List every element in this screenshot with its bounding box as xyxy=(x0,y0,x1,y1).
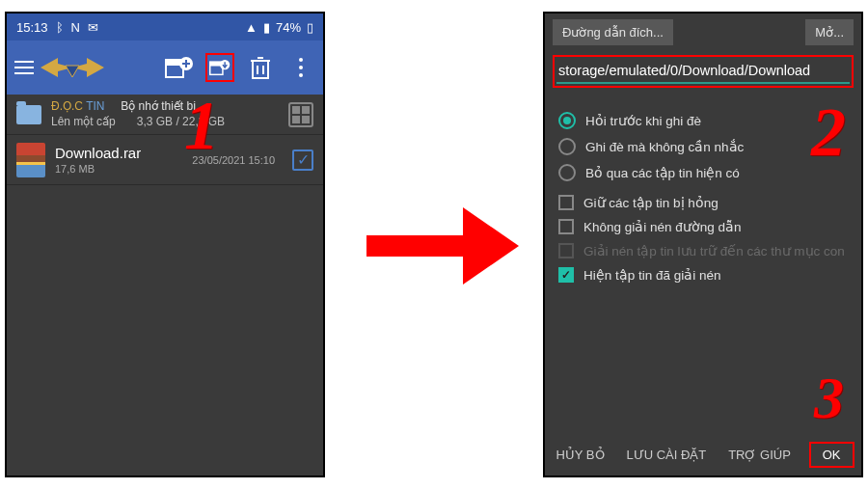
checkbox-label: Hiện tập tin đã giải nén xyxy=(583,267,721,283)
checkbox-extract-subfolders: Giải nén tập tin lưu trữ đến các thư mục… xyxy=(558,243,848,258)
bluetooth-icon: ᛒ xyxy=(56,20,64,35)
radio-label: Bỏ qua các tập tin hiện có xyxy=(585,165,740,180)
save-settings-button[interactable]: LƯU CÀI ĐẶT xyxy=(622,440,710,470)
checkbox-no-extract-path[interactable]: Không giải nén đường dẫn xyxy=(558,219,848,234)
open-button[interactable]: Mở... xyxy=(805,19,854,45)
radio-skip-existing[interactable]: Bỏ qua các tập tin hiện có xyxy=(558,164,848,181)
annotation-2: 2 xyxy=(811,93,846,173)
help-button[interactable]: TRỢ GIÚP xyxy=(724,440,795,470)
file-name: Download.rar xyxy=(55,144,182,163)
destination-path-input[interactable] xyxy=(556,59,850,84)
view-grid-icon[interactable] xyxy=(288,102,313,127)
status-bar: 15:13 ᛒ N ✉ ▲ ▮ 74% ▯ xyxy=(7,14,323,41)
left-phone-frame: 15:13 ᛒ N ✉ ▲ ▮ 74% ▯ xyxy=(5,12,325,477)
overflow-menu-icon[interactable] xyxy=(286,53,315,82)
radio-ask-overwrite[interactable]: Hỏi trước khi ghi đè xyxy=(558,112,848,129)
up-one-level: Lên một cấp xyxy=(51,115,116,130)
extract-icon[interactable] xyxy=(205,53,234,82)
file-checkbox[interactable]: ✓ xyxy=(292,149,313,171)
checkbox-icon xyxy=(558,243,574,258)
checkbox-label: Không giải nén đường dẫn xyxy=(583,219,742,234)
radio-icon xyxy=(558,138,576,155)
file-row[interactable]: Download.rar 17,6 MB 23/05/2021 15:10 ✓ xyxy=(7,135,323,185)
cancel-button[interactable]: HỦY BỎ xyxy=(552,440,608,470)
radio-label: Hỏi trước khi ghi đè xyxy=(585,113,701,128)
checkbox-label: Giữ các tập tin bị hỏng xyxy=(583,195,719,210)
message-icon: ✉ xyxy=(88,20,98,35)
checkbox-keep-broken[interactable]: Giữ các tập tin bị hỏng xyxy=(558,195,848,210)
battery-percent: 74% xyxy=(276,20,301,35)
archive-add-icon[interactable] xyxy=(165,53,194,82)
radio-label: Ghi đè mà không cần nhắc xyxy=(585,139,744,154)
svg-marker-12 xyxy=(463,207,519,285)
hamburger-menu-icon[interactable] xyxy=(14,61,34,74)
svg-rect-6 xyxy=(253,61,268,78)
checkbox-label: Giải nén tập tin lưu trữ đến các thư mục… xyxy=(583,243,845,258)
folder-up-icon[interactable] xyxy=(16,105,41,124)
app-toolbar xyxy=(7,41,323,95)
ok-button[interactable]: OK xyxy=(809,442,854,468)
netflix-icon: N xyxy=(71,20,80,35)
radio-icon xyxy=(558,164,576,181)
breadcrumb-header[interactable]: Đ.Ọ.C TIN Bộ nhớ thiết bị Lên một cấp 3,… xyxy=(7,95,323,135)
wifi-icon: ▲ xyxy=(245,20,258,35)
rar-file-icon xyxy=(16,143,45,177)
breadcrumb-line1-prefix: Đ.Ọ.C xyxy=(51,99,83,113)
radio-overwrite-no-prompt[interactable]: Ghi đè mà không cần nhắc xyxy=(558,138,848,155)
radio-icon xyxy=(558,112,576,129)
destination-path-button[interactable]: Đường dẫn đích... xyxy=(553,19,673,45)
checkbox-icon xyxy=(558,219,574,234)
battery-icon: ▯ xyxy=(307,20,313,35)
status-time: 15:13 xyxy=(16,20,48,35)
checkbox-icon xyxy=(558,195,574,210)
arrow-annotation xyxy=(357,188,521,304)
annotation-3: 3 xyxy=(814,364,844,432)
breadcrumb-line1-partial: TIN xyxy=(86,99,104,113)
annotation-1: 1 xyxy=(184,86,219,166)
delete-icon[interactable] xyxy=(246,53,275,82)
dialog-actions: HỦY BỎ LƯU CÀI ĐẶT TRỢ GIÚP OK xyxy=(545,433,861,475)
signal-icon: ▮ xyxy=(263,20,270,35)
app-logo xyxy=(43,48,101,87)
file-size: 17,6 MB xyxy=(55,162,182,176)
path-input-highlight xyxy=(553,55,854,88)
checkbox-icon: ✓ xyxy=(558,267,574,283)
checkbox-show-extracted[interactable]: ✓ Hiện tập tin đã giải nén xyxy=(558,267,848,283)
right-phone-frame: Đường dẫn đích... Mở... Hỏi trước khi gh… xyxy=(543,12,863,477)
